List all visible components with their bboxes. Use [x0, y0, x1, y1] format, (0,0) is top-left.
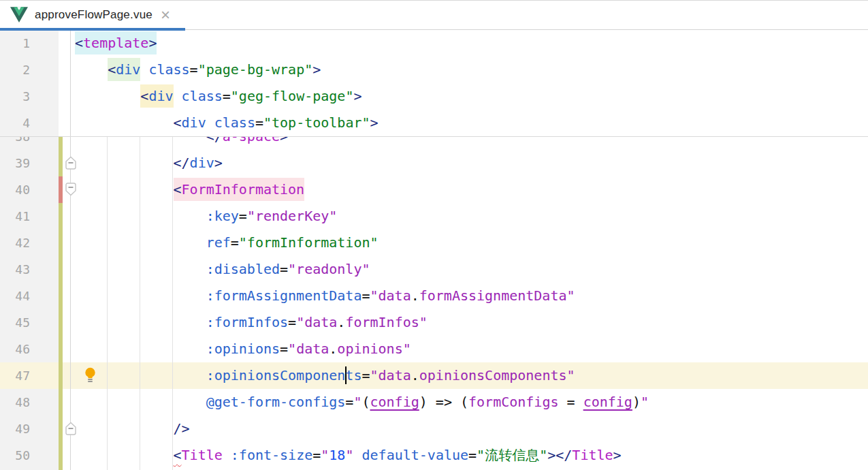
line-number[interactable]: 1 [0, 30, 30, 57]
code-text: <div class="page-bg-wrap"> [75, 57, 321, 83]
indent-guide [107, 137, 108, 470]
line-number[interactable]: 2 [0, 57, 30, 83]
intention-bulb-icon[interactable] [84, 367, 96, 383]
code-line[interactable]: 4 <div class="top-toolbar"> [0, 110, 868, 136]
indent-guide [172, 137, 173, 470]
line-number[interactable]: 40 [0, 176, 30, 203]
code-text: <Title :font-size="18" default-value="流转… [75, 442, 622, 469]
tab-close-icon[interactable]: × [161, 8, 170, 22]
code-text: :key="renderKey" [75, 203, 337, 230]
fold-start-icon[interactable] [65, 183, 77, 196]
code-text: </div> [75, 150, 223, 176]
line-number[interactable]: 43 [0, 256, 30, 283]
code-line[interactable]: 42 ref="formInformation" [0, 230, 868, 256]
code-line[interactable]: 49 /> [0, 416, 868, 442]
code-text: <template> [75, 30, 157, 57]
code-text: <div class="geg-flow-page"> [75, 83, 361, 110]
tab-approveflowpage[interactable]: approveFlowPage.vue × [0, 1, 185, 28]
fold-end-icon[interactable] [65, 156, 77, 170]
code-line[interactable]: 3 <div class="geg-flow-page"> [0, 83, 868, 110]
code-line[interactable]: 44 :formAssignmentData="data.formAssignm… [0, 283, 868, 309]
line-number[interactable]: 41 [0, 203, 30, 230]
code-line[interactable]: 43 :disabled="readonly" [0, 256, 868, 283]
code-line[interactable]: 2 <div class="page-bg-wrap"> [0, 57, 868, 83]
code-line[interactable]: 45 :formInfos="data.formInfos" [0, 309, 868, 336]
code-text: <div class="top-toolbar"> [75, 110, 379, 136]
code-text: @get-form-configs="(config) => (formConf… [75, 389, 649, 416]
line-number[interactable]: 39 [0, 150, 30, 176]
line-number[interactable]: 46 [0, 336, 30, 362]
code-rows: 38 </a-space>39 </div>40 <FormInformatio… [0, 123, 868, 469]
code-line[interactable]: 39 </div> [0, 150, 868, 176]
code-line[interactable]: 40 <FormInformation [0, 176, 868, 203]
editor[interactable]: 38 </a-space>39 </div>40 <FormInformatio… [0, 30, 868, 470]
code-text: <FormInformation [75, 176, 304, 203]
code-line[interactable]: 41 :key="renderKey" [0, 203, 868, 230]
code-text: :opinions="data.opinions" [75, 336, 411, 362]
line-number[interactable]: 42 [0, 230, 30, 256]
code-line[interactable]: 1<template> [0, 30, 868, 57]
code-text: :formInfos="data.formInfos" [75, 309, 428, 336]
code-line[interactable]: 46 :opinions="data.opinions" [0, 336, 868, 362]
indent-guide [140, 137, 140, 470]
line-number[interactable]: 45 [0, 309, 30, 336]
line-number[interactable]: 50 [0, 442, 30, 469]
code-text: :formAssignmentData="data.formAssignment… [75, 283, 575, 309]
sticky-rows: 1<template>2 <div class="page-bg-wrap">3… [0, 30, 868, 136]
code-line[interactable]: 48 @get-form-configs="(config) => (formC… [0, 389, 868, 416]
line-number[interactable]: 49 [0, 416, 30, 442]
line-number[interactable]: 48 [0, 389, 30, 416]
line-number[interactable]: 3 [0, 83, 30, 110]
fold-end-icon[interactable] [65, 422, 77, 435]
vue-file-icon [10, 7, 28, 22]
vcs-deleted-marker[interactable] [59, 176, 63, 203]
tab-title: approveFlowPage.vue [35, 8, 152, 22]
line-number[interactable]: 47 [0, 362, 30, 389]
code-line[interactable]: 50 <Title :font-size="18" default-value=… [0, 442, 868, 469]
line-number[interactable]: 4 [0, 110, 30, 136]
code-text: :disabled="readonly" [75, 256, 370, 283]
line-number[interactable]: 44 [0, 283, 30, 309]
active-tab-underline [0, 28, 185, 31]
code-line[interactable]: 47 :opinionsComponents="data.opinionsCom… [0, 362, 868, 389]
code-text: ref="formInformation" [75, 230, 379, 256]
code-text: :opinionsComponents="data.opinionsCompon… [75, 362, 575, 389]
tab-bar: approveFlowPage.vue × [0, 0, 868, 30]
sticky-panel: 1<template>2 <div class="page-bg-wrap">3… [0, 30, 868, 137]
